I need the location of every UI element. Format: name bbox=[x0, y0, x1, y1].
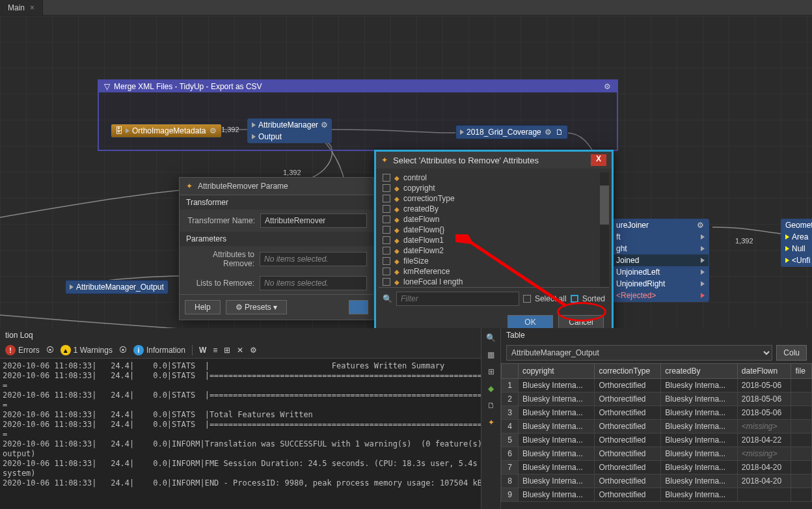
checkbox[interactable] bbox=[383, 236, 390, 244]
transformer-icon[interactable]: ✦ bbox=[485, 417, 497, 428]
expand-icon[interactable] bbox=[252, 122, 256, 128]
attribute-item[interactable]: ◆dateFlown{} bbox=[379, 225, 609, 235]
cell[interactable]: Bluesky Interna... bbox=[661, 379, 737, 392]
cell[interactable] bbox=[791, 488, 812, 502]
cell[interactable]: Bluesky Interna... bbox=[519, 392, 595, 406]
bookmark[interactable]: ▽ Merge XML Files - TidyUp - Export as C… bbox=[98, 79, 618, 151]
gear-icon[interactable]: ⚙ bbox=[208, 126, 217, 135]
attribute-item[interactable]: ◆fileSize bbox=[379, 256, 609, 266]
tab-main[interactable]: Main × bbox=[0, 0, 43, 15]
grid-reader-node[interactable]: 2018_Grid_Coverage ⚙ 🗋 bbox=[455, 125, 568, 139]
column-header[interactable]: correctionType bbox=[595, 364, 661, 379]
row-number[interactable]: 9 bbox=[502, 488, 519, 502]
cell[interactable]: Bluesky Interna... bbox=[661, 461, 737, 475]
cell[interactable]: Bluesky Interna... bbox=[519, 447, 595, 461]
checkbox[interactable] bbox=[383, 195, 390, 202]
cell[interactable]: Orthorectified bbox=[595, 475, 661, 488]
search-icon[interactable]: 🔍 bbox=[485, 332, 497, 344]
attribute-item[interactable]: ◆kmReference bbox=[379, 266, 609, 277]
cell[interactable]: Orthorectified bbox=[595, 420, 661, 433]
table-row[interactable]: 9Bluesky Interna...OrthorectifiedBluesky… bbox=[502, 488, 812, 502]
expand-icon[interactable] bbox=[70, 284, 74, 290]
column-header[interactable]: copyright bbox=[519, 364, 595, 379]
row-number[interactable]: 2 bbox=[502, 392, 519, 406]
attribute-item[interactable]: ◆copyright bbox=[379, 183, 609, 193]
log-text[interactable]: 2020-10-06 11:08:33| 24.4| 0.0|STATS | F… bbox=[0, 359, 481, 509]
gear-icon[interactable]: ⚙ bbox=[321, 120, 328, 130]
scrollbar[interactable] bbox=[600, 172, 609, 287]
geometry-node[interactable]: Geometry Area Null <Unfi bbox=[781, 219, 812, 267]
port-out-icon[interactable] bbox=[701, 281, 705, 286]
cell[interactable] bbox=[791, 461, 812, 475]
row-number[interactable]: 7 bbox=[502, 461, 519, 475]
presets-button[interactable]: ⚙ Presets ▾ bbox=[226, 300, 287, 314]
table-row[interactable]: 7Bluesky Interna...OrthorectifiedBluesky… bbox=[502, 461, 812, 475]
column-header[interactable]: dateFlown bbox=[737, 364, 791, 379]
attribute-item[interactable]: ◆createdBy bbox=[379, 204, 609, 214]
checkbox[interactable] bbox=[383, 226, 390, 234]
row-number[interactable]: 1 bbox=[502, 379, 519, 392]
cell[interactable]: Bluesky Interna... bbox=[661, 406, 737, 420]
attributemanager-node[interactable]: AttributeManager⚙ Output bbox=[247, 118, 332, 143]
attribute-item[interactable]: ◆control bbox=[379, 172, 609, 183]
next-icon[interactable]: ⦿ bbox=[119, 346, 127, 355]
port-icon[interactable] bbox=[785, 246, 789, 251]
cell[interactable] bbox=[791, 379, 812, 392]
sorted-checkbox[interactable] bbox=[571, 295, 578, 303]
attribute-item[interactable]: ◆dateFlown1 bbox=[379, 235, 609, 245]
view-icon[interactable]: ▦ bbox=[485, 349, 497, 361]
cell[interactable] bbox=[737, 488, 791, 502]
lists-to-remove-input[interactable] bbox=[260, 276, 367, 290]
cell[interactable]: Bluesky Interna... bbox=[519, 488, 595, 502]
tool-icon[interactable]: ✕ bbox=[237, 346, 243, 355]
bookmark-title[interactable]: ▽ Merge XML Files - TidyUp - Export as C… bbox=[99, 81, 617, 92]
cell[interactable]: Orthorectified bbox=[595, 461, 661, 475]
select-all-checkbox[interactable] bbox=[523, 295, 531, 303]
gear-icon[interactable]: ⚙ bbox=[544, 128, 553, 137]
cell[interactable]: 2018-04-20 bbox=[737, 475, 791, 488]
expand-icon[interactable] bbox=[126, 128, 129, 133]
column-header[interactable]: file bbox=[791, 364, 812, 379]
cell[interactable]: Bluesky Interna... bbox=[519, 433, 595, 447]
checkbox[interactable] bbox=[383, 184, 390, 192]
cell[interactable]: Bluesky Interna... bbox=[661, 488, 737, 502]
prev-icon[interactable]: ⦿ bbox=[46, 346, 54, 355]
port-icon[interactable] bbox=[785, 234, 789, 240]
checkbox[interactable] bbox=[383, 205, 390, 213]
cell[interactable]: Bluesky Interna... bbox=[519, 461, 595, 475]
cell[interactable]: <missing> bbox=[737, 447, 791, 461]
row-number[interactable]: 8 bbox=[502, 475, 519, 488]
column-header[interactable]: createdBy bbox=[661, 364, 737, 379]
cell[interactable]: Bluesky Interna... bbox=[519, 420, 595, 433]
cell[interactable]: Bluesky Interna... bbox=[661, 433, 737, 447]
ok-button-clipped[interactable] bbox=[349, 300, 368, 314]
table-row[interactable]: 8Bluesky Interna...OrthorectifiedBluesky… bbox=[502, 475, 812, 488]
cell[interactable]: Orthorectified bbox=[595, 379, 661, 392]
reader-node[interactable]: 🗄 OrthoImageMetadata ⚙ bbox=[111, 124, 222, 138]
checkbox[interactable] bbox=[383, 257, 390, 265]
cell[interactable]: Bluesky Interna... bbox=[519, 475, 595, 488]
cell[interactable] bbox=[791, 406, 812, 420]
transformer-name-input[interactable] bbox=[260, 213, 367, 228]
inspect-icon[interactable]: 🗋 bbox=[556, 128, 563, 137]
attribute-item[interactable]: ◆loneFocal l ength bbox=[379, 277, 609, 287]
grid-icon[interactable]: ⊞ bbox=[485, 366, 497, 378]
cell[interactable]: 2018-05-06 bbox=[737, 392, 791, 406]
port-out-icon[interactable] bbox=[701, 258, 705, 263]
checkbox[interactable] bbox=[383, 247, 390, 255]
cell[interactable]: Bluesky Interna... bbox=[661, 392, 737, 406]
cell[interactable]: Bluesky Interna... bbox=[519, 379, 595, 392]
gear-icon[interactable]: ⚙ bbox=[250, 346, 257, 355]
close-button[interactable]: X bbox=[591, 154, 606, 166]
scrollbar-thumb[interactable] bbox=[600, 186, 609, 225]
attributeremover-dialog[interactable]: ✦ AttributeRemover Parame Transformer Tr… bbox=[179, 177, 374, 320]
expand-icon[interactable] bbox=[460, 130, 464, 135]
tool-icon[interactable]: 🗋 bbox=[485, 400, 497, 411]
cell[interactable]: <missing> bbox=[737, 420, 791, 433]
cell[interactable]: Bluesky Interna... bbox=[661, 420, 737, 433]
errors-filter[interactable]: !Errors bbox=[5, 345, 40, 355]
checkbox[interactable] bbox=[383, 174, 390, 182]
cell[interactable]: Bluesky Interna... bbox=[519, 406, 595, 420]
cell[interactable]: 2018-04-22 bbox=[737, 433, 791, 447]
tool-icon[interactable]: ◆ bbox=[485, 383, 497, 394]
